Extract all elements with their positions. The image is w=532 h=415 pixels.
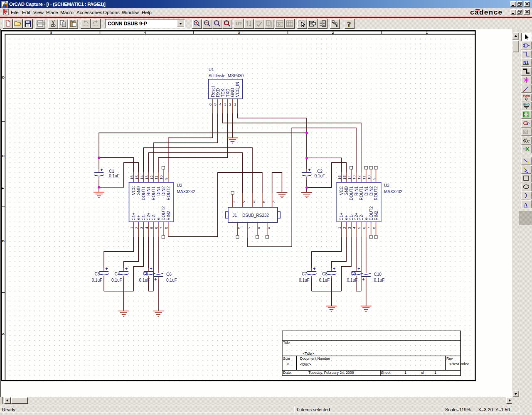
svg-text:16: 16 [130,175,134,179]
svg-text:4: 4 [144,31,146,34]
svg-text:Reset: Reset [211,86,215,97]
svg-text:P: P [527,122,530,126]
svg-text:DIN1: DIN1 [364,186,369,196]
svg-text:<Doc>: <Doc> [300,362,311,366]
svg-text:MAX3232: MAX3232 [384,189,402,194]
svg-text:7: 7 [248,226,250,230]
svg-text:7: 7 [367,227,371,229]
svg-text:C4: C4 [115,272,120,276]
svg-text:DOUT1: DOUT1 [141,186,146,200]
svg-text:GND: GND [136,186,141,195]
svg-text:1: 1 [233,200,235,204]
svg-text:9: 9 [164,177,168,179]
svg-text:2: 2 [229,102,231,106]
svg-text:C9: C9 [351,272,356,276]
svg-text:RIN1: RIN1 [146,186,151,196]
svg-text:14: 14 [140,175,144,179]
svg-text:2: 2 [342,227,347,229]
svg-text:13: 13 [352,175,356,179]
svg-text:5: 5 [357,227,361,229]
svg-text:C7: C7 [302,272,307,276]
svg-text:DIN1: DIN1 [156,186,161,196]
svg-text:of: of [421,371,424,375]
svg-text:0.1uF: 0.1uF [315,174,325,178]
svg-text:11: 11 [362,176,366,180]
svg-text:VCC: VCC [131,186,136,195]
svg-text:C3: C3 [95,272,100,276]
svg-text:B: B [2,239,5,243]
svg-text:V-: V- [364,216,369,220]
svg-text:3: 3 [347,227,352,229]
svg-text:VCC_IN: VCC_IN [235,82,240,97]
svg-text:2: 2 [243,200,245,204]
svg-text:TXD: TXD [226,89,230,97]
svg-text:U2: U2 [177,183,182,188]
svg-text:C1-: C1- [349,214,354,220]
svg-text:A: A [2,332,5,336]
svg-text:6: 6 [154,227,158,229]
svg-text:C1-: C1- [141,214,146,220]
svg-text:0.1uF: 0.1uF [319,278,330,282]
svg-text:RIN2: RIN2 [166,211,171,220]
svg-text:1: 1 [337,227,342,229]
svg-text:Sheet: Sheet [381,371,391,375]
svg-text:0.1uF: 0.1uF [109,174,120,178]
svg-text:0.1uF: 0.1uF [374,278,385,282]
svg-text:11: 11 [154,176,158,180]
svg-text:C: C [2,154,5,158]
svg-text:6: 6 [209,102,212,106]
svg-text:GND: GND [344,186,349,195]
svg-text:C6: C6 [166,272,172,277]
svg-text:1: 1 [130,227,134,229]
svg-text:Date:: Date: [283,371,292,375]
svg-text:C2-: C2- [359,214,364,220]
svg-text:MAX3232: MAX3232 [177,189,195,194]
svg-text:RXD: RXD [216,88,220,97]
svg-text:V+: V+ [344,215,349,221]
svg-text:ROUT1: ROUT1 [151,186,156,200]
svg-text:6: 6 [362,227,366,229]
svg-text:8: 8 [164,227,168,229]
svg-text:C10: C10 [374,272,382,277]
svg-text:Size: Size [283,356,290,361]
svg-text:Document Number: Document Number [300,356,330,361]
svg-text:U?: U? [236,21,242,26]
svg-text:C2-: C2- [151,214,156,220]
svg-text:0.1uF: 0.1uF [299,278,310,282]
svg-text:14: 14 [347,175,352,179]
svg-text:DOUT1: DOUT1 [349,186,354,200]
svg-text:5: 5 [273,200,275,204]
svg-text:9: 9 [372,177,376,179]
svg-text:C2: C2 [317,169,323,174]
svg-text:DSUB_RS232: DSUB_RS232 [242,213,269,218]
svg-text:6: 6 [238,226,240,230]
svg-text:2: 2 [332,31,334,34]
svg-text:RIN2: RIN2 [374,211,379,220]
svg-text:<RevCode>: <RevCode> [449,362,469,366]
svg-text:C2+: C2+ [146,213,151,221]
svg-text:C: C [527,139,530,143]
svg-text:0.1uF: 0.1uF [166,278,177,282]
svg-text:5: 5 [150,227,154,229]
svg-text:7: 7 [159,227,163,229]
svg-text:RIN1: RIN1 [354,186,359,196]
svg-text:ROUT1: ROUT1 [359,186,364,200]
svg-text:3: 3 [238,31,240,34]
svg-text:V+: V+ [136,215,141,221]
svg-text:DRC: DRC [256,20,262,23]
svg-text:ROUT2: ROUT2 [166,186,171,200]
svg-text:1: 1 [404,371,406,375]
svg-text:0.1uF: 0.1uF [347,278,358,282]
svg-text:12: 12 [150,175,154,179]
svg-text:9: 9 [268,226,270,230]
svg-text:1: 1 [234,102,236,106]
svg-text:1: 1 [426,31,428,34]
svg-text:Rev: Rev [446,356,453,361]
svg-text:13: 13 [145,175,149,179]
svg-text:Tuesday, February 24, 2009: Tuesday, February 24, 2009 [308,371,354,375]
svg-text:DIN2: DIN2 [369,186,374,196]
svg-text:A: A [287,362,289,366]
svg-text:<Title>: <Title> [303,351,314,356]
svg-text:C1+: C1+ [339,213,344,221]
svg-text:15: 15 [342,175,347,179]
